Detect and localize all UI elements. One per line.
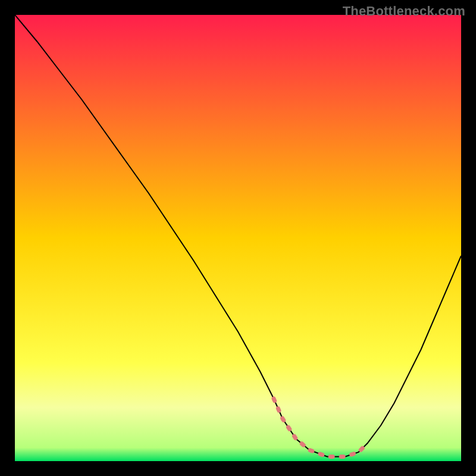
chart-plot-area bbox=[15, 15, 461, 461]
chart-svg bbox=[15, 15, 461, 461]
chart-background-gradient bbox=[15, 15, 461, 461]
watermark-text: TheBottleneck.com bbox=[343, 4, 465, 19]
